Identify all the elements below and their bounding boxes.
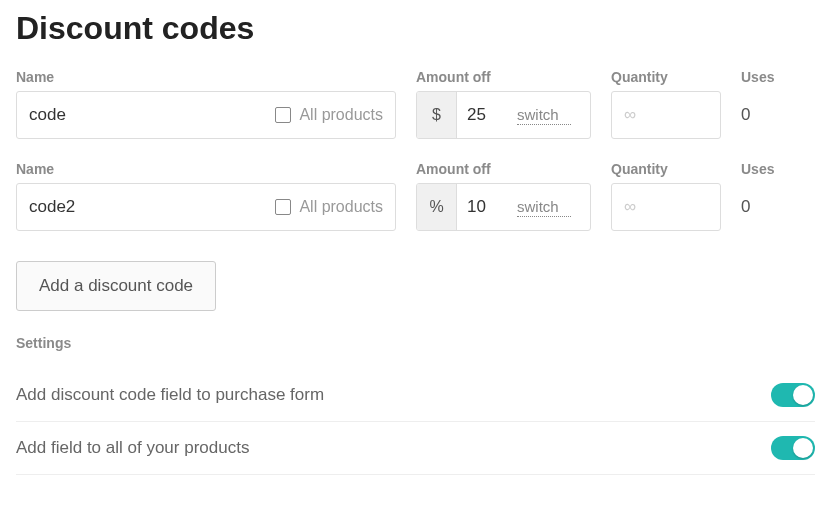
toggle-switch[interactable]: [771, 383, 815, 407]
add-discount-code-button[interactable]: Add a discount code: [16, 261, 216, 311]
name-input[interactable]: [29, 105, 275, 125]
setting-label: Add discount code field to purchase form: [16, 385, 324, 405]
toggle-knob: [793, 438, 813, 458]
column-label-quantity: Quantity: [611, 161, 721, 177]
quantity-input[interactable]: [611, 91, 721, 139]
currency-symbol: %: [417, 184, 457, 230]
toggle-knob: [793, 385, 813, 405]
column-label-amount: Amount off: [416, 161, 591, 177]
discount-code-row: All products % switch 0: [16, 183, 815, 231]
column-label-uses: Uses: [741, 161, 796, 177]
page-title: Discount codes: [16, 10, 815, 47]
all-products-label: All products: [299, 198, 383, 216]
switch-link[interactable]: switch: [517, 106, 571, 125]
name-input-wrap: All products: [16, 91, 396, 139]
discount-code-row: All products $ switch 0: [16, 91, 815, 139]
quantity-input[interactable]: [611, 183, 721, 231]
checkbox-icon: [275, 199, 291, 215]
switch-link[interactable]: switch: [517, 198, 571, 217]
amount-input[interactable]: [457, 92, 517, 138]
setting-row: Add field to all of your products: [16, 422, 815, 475]
column-label-uses: Uses: [741, 69, 796, 85]
all-products-checkbox-wrap[interactable]: All products: [275, 106, 383, 124]
checkbox-icon: [275, 107, 291, 123]
setting-label: Add field to all of your products: [16, 438, 249, 458]
column-labels-row: Name Amount off Quantity Uses: [16, 69, 815, 85]
column-label-amount: Amount off: [416, 69, 591, 85]
name-input-wrap: All products: [16, 183, 396, 231]
uses-value: 0: [741, 197, 796, 217]
settings-heading: Settings: [16, 335, 815, 351]
setting-row: Add discount code field to purchase form: [16, 369, 815, 422]
currency-symbol: $: [417, 92, 457, 138]
all-products-label: All products: [299, 106, 383, 124]
amount-input-wrap: % switch: [416, 183, 591, 231]
uses-value: 0: [741, 105, 796, 125]
amount-input[interactable]: [457, 184, 517, 230]
name-input[interactable]: [29, 197, 275, 217]
column-labels-row: Name Amount off Quantity Uses: [16, 161, 815, 177]
toggle-switch[interactable]: [771, 436, 815, 460]
column-label-name: Name: [16, 69, 396, 85]
column-label-quantity: Quantity: [611, 69, 721, 85]
column-label-name: Name: [16, 161, 396, 177]
amount-input-wrap: $ switch: [416, 91, 591, 139]
all-products-checkbox-wrap[interactable]: All products: [275, 198, 383, 216]
